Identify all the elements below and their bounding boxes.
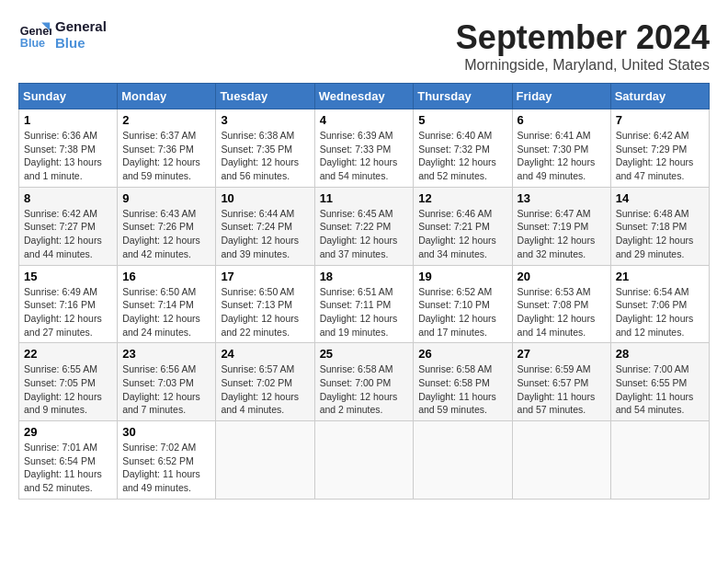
day-number: 21 xyxy=(616,270,704,283)
calendar-header-row: SundayMondayTuesdayWednesdayThursdayFrid… xyxy=(19,84,710,109)
day-info: Sunrise: 6:37 AM Sunset: 7:36 PM Dayligh… xyxy=(122,129,210,183)
day-number: 13 xyxy=(518,191,606,205)
day-info: Sunrise: 6:53 AM Sunset: 7:08 PM Dayligh… xyxy=(518,285,606,339)
day-info: Sunrise: 6:58 AM Sunset: 7:00 PM Dayligh… xyxy=(320,362,409,417)
week-row-2: 8Sunrise: 6:42 AM Sunset: 7:27 PM Daylig… xyxy=(19,187,710,265)
calendar-cell xyxy=(512,421,610,500)
header-friday: Friday xyxy=(512,84,610,109)
logo-general: General xyxy=(55,18,107,35)
day-number: 12 xyxy=(418,191,506,205)
day-number: 19 xyxy=(418,270,506,283)
day-number: 6 xyxy=(518,113,606,127)
day-number: 11 xyxy=(320,191,409,205)
day-info: Sunrise: 6:52 AM Sunset: 7:10 PM Dayligh… xyxy=(418,285,506,339)
day-info: Sunrise: 7:02 AM Sunset: 6:52 PM Dayligh… xyxy=(122,441,210,495)
calendar-cell: 20Sunrise: 6:53 AM Sunset: 7:08 PM Dayli… xyxy=(512,265,610,343)
calendar-cell: 24Sunrise: 6:57 AM Sunset: 7:02 PM Dayli… xyxy=(216,343,314,421)
header-thursday: Thursday xyxy=(414,84,512,109)
day-number: 30 xyxy=(122,425,210,439)
day-info: Sunrise: 6:51 AM Sunset: 7:11 PM Dayligh… xyxy=(320,285,409,339)
day-number: 2 xyxy=(122,113,210,127)
day-info: Sunrise: 7:00 AM Sunset: 6:55 PM Dayligh… xyxy=(616,362,704,417)
header-wednesday: Wednesday xyxy=(314,84,414,109)
calendar-cell xyxy=(216,421,314,500)
calendar-cell: 12Sunrise: 6:46 AM Sunset: 7:21 PM Dayli… xyxy=(414,187,512,265)
calendar-cell: 16Sunrise: 6:50 AM Sunset: 7:14 PM Dayli… xyxy=(118,265,216,343)
calendar-cell: 5Sunrise: 6:40 AM Sunset: 7:32 PM Daylig… xyxy=(414,109,512,188)
svg-text:Blue: Blue xyxy=(20,37,45,50)
title-area: September 2024 Morningside, Maryland, Un… xyxy=(456,18,710,74)
day-number: 17 xyxy=(221,270,309,283)
calendar-cell xyxy=(414,421,512,500)
calendar-cell: 27Sunrise: 6:59 AM Sunset: 6:57 PM Dayli… xyxy=(512,343,610,421)
day-info: Sunrise: 6:49 AM Sunset: 7:16 PM Dayligh… xyxy=(24,285,112,339)
calendar-cell: 29Sunrise: 7:01 AM Sunset: 6:54 PM Dayli… xyxy=(19,421,118,500)
calendar-cell xyxy=(610,421,709,500)
calendar-cell: 19Sunrise: 6:52 AM Sunset: 7:10 PM Dayli… xyxy=(414,265,512,343)
day-info: Sunrise: 6:48 AM Sunset: 7:18 PM Dayligh… xyxy=(616,207,704,261)
day-info: Sunrise: 6:58 AM Sunset: 6:58 PM Dayligh… xyxy=(418,362,506,417)
calendar-cell: 4Sunrise: 6:39 AM Sunset: 7:33 PM Daylig… xyxy=(314,109,414,188)
day-number: 20 xyxy=(518,270,606,283)
calendar-cell: 28Sunrise: 7:00 AM Sunset: 6:55 PM Dayli… xyxy=(610,343,709,421)
day-number: 5 xyxy=(418,113,506,127)
calendar-cell xyxy=(314,421,414,500)
page-header: General Blue General Blue September 2024… xyxy=(18,18,710,74)
logo-icon: General Blue xyxy=(18,18,51,52)
calendar-cell: 23Sunrise: 6:56 AM Sunset: 7:03 PM Dayli… xyxy=(118,343,216,421)
calendar-cell: 7Sunrise: 6:42 AM Sunset: 7:29 PM Daylig… xyxy=(610,109,709,188)
calendar-cell: 13Sunrise: 6:47 AM Sunset: 7:19 PM Dayli… xyxy=(512,187,610,265)
calendar-cell: 11Sunrise: 6:45 AM Sunset: 7:22 PM Dayli… xyxy=(314,187,414,265)
calendar-cell: 22Sunrise: 6:55 AM Sunset: 7:05 PM Dayli… xyxy=(19,343,118,421)
day-number: 23 xyxy=(122,347,210,361)
day-number: 27 xyxy=(518,347,606,361)
calendar-table: SundayMondayTuesdayWednesdayThursdayFrid… xyxy=(18,83,710,500)
week-row-1: 1Sunrise: 6:36 AM Sunset: 7:38 PM Daylig… xyxy=(19,109,710,188)
day-info: Sunrise: 6:54 AM Sunset: 7:06 PM Dayligh… xyxy=(616,285,704,339)
header-sunday: Sunday xyxy=(19,84,118,109)
day-number: 10 xyxy=(221,191,309,205)
day-info: Sunrise: 6:36 AM Sunset: 7:38 PM Dayligh… xyxy=(24,129,112,183)
day-number: 4 xyxy=(320,113,409,127)
day-number: 28 xyxy=(616,347,704,361)
day-info: Sunrise: 6:59 AM Sunset: 6:57 PM Dayligh… xyxy=(518,362,606,417)
calendar-cell: 25Sunrise: 6:58 AM Sunset: 7:00 PM Dayli… xyxy=(314,343,414,421)
calendar-cell: 26Sunrise: 6:58 AM Sunset: 6:58 PM Dayli… xyxy=(414,343,512,421)
day-number: 18 xyxy=(320,270,409,283)
day-number: 24 xyxy=(221,347,309,361)
header-saturday: Saturday xyxy=(610,84,709,109)
week-row-5: 29Sunrise: 7:01 AM Sunset: 6:54 PM Dayli… xyxy=(19,421,710,500)
day-info: Sunrise: 6:57 AM Sunset: 7:02 PM Dayligh… xyxy=(221,362,309,417)
calendar-cell: 21Sunrise: 6:54 AM Sunset: 7:06 PM Dayli… xyxy=(610,265,709,343)
calendar-cell: 30Sunrise: 7:02 AM Sunset: 6:52 PM Dayli… xyxy=(118,421,216,500)
day-info: Sunrise: 6:42 AM Sunset: 7:29 PM Dayligh… xyxy=(616,129,704,183)
day-info: Sunrise: 6:39 AM Sunset: 7:33 PM Dayligh… xyxy=(320,129,409,183)
day-number: 22 xyxy=(24,347,112,361)
day-info: Sunrise: 6:40 AM Sunset: 7:32 PM Dayligh… xyxy=(418,129,506,183)
calendar-cell: 3Sunrise: 6:38 AM Sunset: 7:35 PM Daylig… xyxy=(216,109,314,188)
calendar-cell: 2Sunrise: 6:37 AM Sunset: 7:36 PM Daylig… xyxy=(118,109,216,188)
day-info: Sunrise: 6:46 AM Sunset: 7:21 PM Dayligh… xyxy=(418,207,506,261)
calendar-cell: 6Sunrise: 6:41 AM Sunset: 7:30 PM Daylig… xyxy=(512,109,610,188)
day-info: Sunrise: 6:44 AM Sunset: 7:24 PM Dayligh… xyxy=(221,207,309,261)
day-info: Sunrise: 7:01 AM Sunset: 6:54 PM Dayligh… xyxy=(24,441,112,495)
day-info: Sunrise: 6:42 AM Sunset: 7:27 PM Dayligh… xyxy=(24,207,112,261)
day-number: 1 xyxy=(24,113,112,127)
calendar-cell: 9Sunrise: 6:43 AM Sunset: 7:26 PM Daylig… xyxy=(118,187,216,265)
header-monday: Monday xyxy=(118,84,216,109)
day-number: 3 xyxy=(221,113,309,127)
header-tuesday: Tuesday xyxy=(216,84,314,109)
logo: General Blue General Blue xyxy=(18,18,107,52)
calendar-cell: 1Sunrise: 6:36 AM Sunset: 7:38 PM Daylig… xyxy=(19,109,118,188)
day-number: 15 xyxy=(24,270,112,283)
day-info: Sunrise: 6:38 AM Sunset: 7:35 PM Dayligh… xyxy=(221,129,309,183)
calendar-cell: 14Sunrise: 6:48 AM Sunset: 7:18 PM Dayli… xyxy=(610,187,709,265)
day-number: 8 xyxy=(24,191,112,205)
calendar-cell: 18Sunrise: 6:51 AM Sunset: 7:11 PM Dayli… xyxy=(314,265,414,343)
day-info: Sunrise: 6:43 AM Sunset: 7:26 PM Dayligh… xyxy=(122,207,210,261)
day-number: 16 xyxy=(122,270,210,283)
day-info: Sunrise: 6:45 AM Sunset: 7:22 PM Dayligh… xyxy=(320,207,409,261)
calendar-cell: 17Sunrise: 6:50 AM Sunset: 7:13 PM Dayli… xyxy=(216,265,314,343)
day-number: 9 xyxy=(122,191,210,205)
day-info: Sunrise: 6:41 AM Sunset: 7:30 PM Dayligh… xyxy=(518,129,606,183)
